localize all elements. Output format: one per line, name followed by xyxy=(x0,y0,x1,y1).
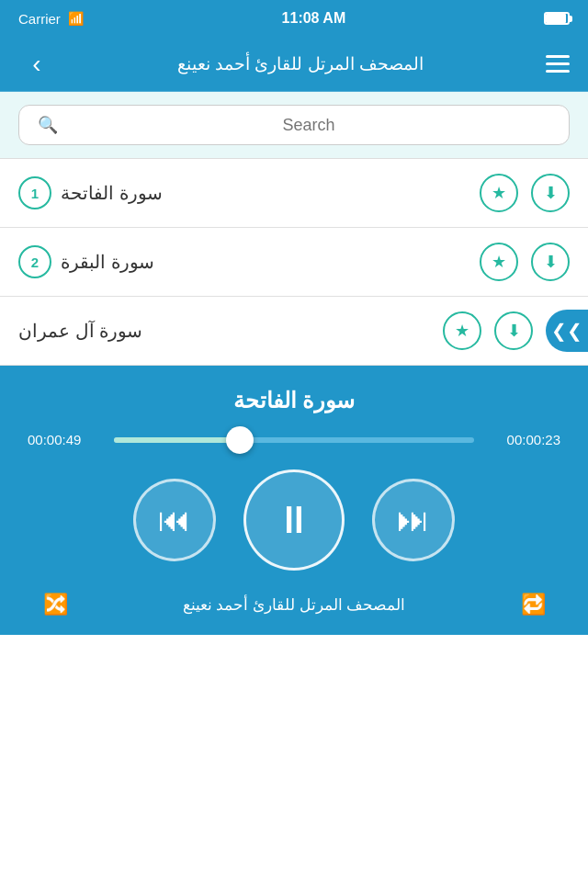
item-badge-2: 2 xyxy=(18,245,51,278)
search-bar: 🔍 xyxy=(0,92,588,159)
list-container: ⬇ ★ سورة الفاتحة 1 ⬇ ★ سورة البقرة 2 xyxy=(0,159,588,366)
favorite-button-1[interactable]: ★ xyxy=(480,174,518,212)
player-subtitle: المصحف المرتل للقارئ أحمد نعينع xyxy=(74,595,514,615)
item-title-1: سورة الفاتحة xyxy=(61,182,163,204)
status-time: 11:08 AM xyxy=(282,10,346,27)
menu-button[interactable] xyxy=(546,55,570,73)
item-actions-2: ⬇ ★ xyxy=(480,243,570,281)
player-bottom: 🔀 المصحف المرتل للقارئ أحمد نعينع 🔁 xyxy=(28,593,560,616)
star-icon-2: ★ xyxy=(492,252,506,272)
star-icon-1: ★ xyxy=(492,183,506,203)
favorite-button-2[interactable]: ★ xyxy=(480,243,518,281)
list-item[interactable]: ⬇ ★ سورة الفاتحة 1 xyxy=(0,159,588,228)
item-content-3: سورة آل عمران xyxy=(18,320,142,342)
search-input[interactable] xyxy=(67,116,550,135)
fast-forward-icon: ⏭ xyxy=(397,501,430,539)
shuffle-button[interactable]: 🔀 xyxy=(37,593,74,616)
wifi-icon: 📶 xyxy=(68,11,84,26)
download-button-3[interactable]: ⬇ xyxy=(494,311,533,350)
time-remaining: 00:00:23 xyxy=(487,432,560,447)
download-button-1[interactable]: ⬇ xyxy=(531,174,570,212)
item-content-1: سورة الفاتحة 1 xyxy=(18,176,163,209)
pause-button[interactable]: ⏸ xyxy=(243,469,345,571)
battery-fill xyxy=(546,14,566,23)
nav-title: المصحف المرتل للقارئ أحمد نعينع xyxy=(64,53,537,74)
download-icon-2: ⬇ xyxy=(544,252,558,272)
expand-button[interactable]: ❯❯ xyxy=(546,310,588,352)
progress-thumb[interactable] xyxy=(226,426,254,454)
player-section: سورة الفاتحة 00:00:49 00:00:23 ⏮ ⏸ ⏭ 🔀 ا… xyxy=(0,366,588,635)
player-controls: ⏮ ⏸ ⏭ xyxy=(28,469,560,571)
progress-area: 00:00:49 00:00:23 xyxy=(28,432,560,447)
item-badge-1: 1 xyxy=(18,176,51,209)
progress-fill xyxy=(114,437,240,443)
download-button-2[interactable]: ⬇ xyxy=(531,243,570,281)
hamburger-line-1 xyxy=(546,55,570,58)
hamburger-line-3 xyxy=(546,70,570,73)
forward-button[interactable]: ⏭ xyxy=(372,479,455,561)
player-title: سورة الفاتحة xyxy=(28,388,560,413)
carrier-label: Carrier xyxy=(18,11,61,27)
status-bar: Carrier 📶 11:08 AM xyxy=(0,0,588,37)
download-icon-3: ⬇ xyxy=(507,321,521,341)
item-actions-3: ⬇ ★ xyxy=(443,311,533,350)
pause-icon: ⏸ xyxy=(275,498,313,542)
battery-icon xyxy=(544,12,570,25)
star-icon-3: ★ xyxy=(455,321,469,341)
repeat-button[interactable]: 🔁 xyxy=(514,593,551,616)
rewind-icon: ⏮ xyxy=(158,501,191,539)
nav-bar: ‹ المصحف المرتل للقارئ أحمد نعينع xyxy=(0,37,588,92)
hamburger-line-2 xyxy=(546,62,570,65)
search-icon: 🔍 xyxy=(38,115,58,135)
item-title-3: سورة آل عمران xyxy=(18,320,142,342)
item-title-2: سورة البقرة xyxy=(61,251,154,273)
download-icon-1: ⬇ xyxy=(544,183,558,203)
item-actions-1: ⬇ ★ xyxy=(480,174,570,212)
favorite-button-3[interactable]: ★ xyxy=(443,311,481,350)
list-item[interactable]: ⬇ ★ سورة آل عمران ❯❯ xyxy=(0,297,588,366)
list-item[interactable]: ⬇ ★ سورة البقرة 2 xyxy=(0,228,588,297)
time-elapsed: 00:00:49 xyxy=(28,432,101,447)
search-wrapper: 🔍 xyxy=(18,105,570,145)
item-content-2: سورة البقرة 2 xyxy=(18,245,154,278)
chevron-down-icon: ❯❯ xyxy=(551,320,582,342)
status-left: Carrier 📶 xyxy=(18,11,84,27)
back-button[interactable]: ‹ xyxy=(18,50,55,79)
progress-track[interactable] xyxy=(114,437,474,443)
rewind-button[interactable]: ⏮ xyxy=(133,479,216,561)
